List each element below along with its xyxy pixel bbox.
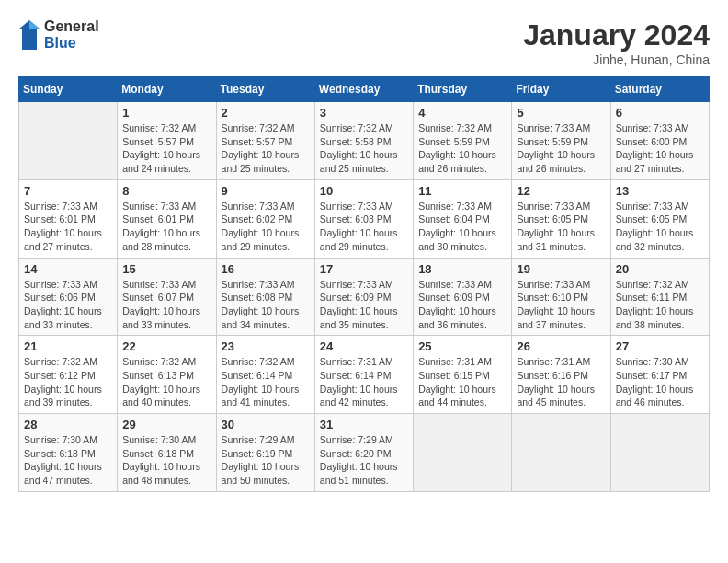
day-info: Sunrise: 7:32 AMSunset: 5:57 PMDaylight:…: [222, 121, 310, 176]
calendar-cell: 12Sunrise: 7:33 AMSunset: 6:05 PMDayligh…: [512, 179, 610, 258]
column-header-tuesday: Tuesday: [216, 77, 314, 102]
column-header-sunday: Sunday: [19, 77, 118, 102]
day-number: 16: [222, 262, 310, 276]
logo-icon: [18, 20, 40, 50]
day-info: Sunrise: 7:33 AMSunset: 6:04 PMDaylight:…: [418, 200, 506, 254]
calendar-table: SundayMondayTuesdayWednesdayThursdayFrid…: [18, 76, 710, 492]
day-number: 2: [222, 106, 310, 120]
day-info: Sunrise: 7:30 AMSunset: 6:18 PMDaylight:…: [122, 433, 210, 488]
month-title: January 2024: [523, 18, 710, 52]
page-header: General Blue January 2024 Jinhe, Hunan, …: [18, 18, 710, 67]
logo-blue: Blue: [44, 35, 99, 52]
calendar-cell: 6Sunrise: 7:33 AMSunset: 6:00 PMDaylight…: [610, 102, 709, 180]
day-number: 14: [24, 262, 112, 276]
day-info: Sunrise: 7:33 AMSunset: 6:01 PMDaylight:…: [122, 200, 210, 254]
day-number: 24: [320, 339, 408, 353]
calendar-cell: 8Sunrise: 7:33 AMSunset: 6:01 PMDaylight…: [118, 179, 216, 258]
column-header-wednesday: Wednesday: [314, 77, 413, 102]
day-info: Sunrise: 7:32 AMSunset: 6:11 PMDaylight:…: [616, 278, 704, 332]
calendar-cell: 15Sunrise: 7:33 AMSunset: 6:07 PMDayligh…: [118, 258, 216, 336]
logo: General Blue: [18, 18, 99, 51]
day-number: 6: [616, 106, 704, 120]
day-number: 17: [320, 262, 408, 276]
day-info: Sunrise: 7:31 AMSunset: 6:15 PMDaylight:…: [418, 355, 506, 409]
calendar-cell: 17Sunrise: 7:33 AMSunset: 6:09 PMDayligh…: [314, 258, 413, 336]
day-number: 3: [320, 106, 408, 120]
calendar-cell: 20Sunrise: 7:32 AMSunset: 6:11 PMDayligh…: [610, 258, 709, 336]
day-info: Sunrise: 7:32 AMSunset: 6:13 PMDaylight:…: [122, 355, 210, 409]
day-number: 30: [222, 418, 310, 431]
calendar-cell: 16Sunrise: 7:33 AMSunset: 6:08 PMDayligh…: [216, 258, 314, 336]
day-number: 1: [122, 106, 210, 120]
calendar-cell: 29Sunrise: 7:30 AMSunset: 6:18 PMDayligh…: [118, 414, 216, 492]
calendar-cell: 3Sunrise: 7:32 AMSunset: 5:58 PMDaylight…: [314, 102, 413, 180]
calendar-cell: 25Sunrise: 7:31 AMSunset: 6:15 PMDayligh…: [414, 336, 512, 414]
calendar-cell: [19, 102, 118, 180]
day-number: 20: [616, 262, 704, 276]
calendar-week-1: 7Sunrise: 7:33 AMSunset: 6:01 PMDaylight…: [19, 179, 710, 258]
column-header-monday: Monday: [118, 77, 216, 102]
day-info: Sunrise: 7:31 AMSunset: 6:16 PMDaylight:…: [517, 355, 605, 409]
logo-general: General: [44, 18, 99, 35]
day-number: 23: [222, 339, 310, 353]
calendar-cell: [610, 414, 709, 492]
calendar-cell: 10Sunrise: 7:33 AMSunset: 6:03 PMDayligh…: [314, 179, 413, 258]
calendar-cell: 30Sunrise: 7:29 AMSunset: 6:19 PMDayligh…: [216, 414, 314, 492]
calendar-cell: 14Sunrise: 7:33 AMSunset: 6:06 PMDayligh…: [19, 258, 118, 336]
column-header-saturday: Saturday: [610, 77, 709, 102]
day-info: Sunrise: 7:33 AMSunset: 6:08 PMDaylight:…: [222, 278, 310, 332]
day-info: Sunrise: 7:29 AMSunset: 6:20 PMDaylight:…: [320, 433, 408, 488]
day-info: Sunrise: 7:33 AMSunset: 6:06 PMDaylight:…: [24, 278, 112, 332]
day-number: 19: [517, 262, 605, 276]
column-header-friday: Friday: [512, 77, 610, 102]
calendar-cell: 1Sunrise: 7:32 AMSunset: 5:57 PMDaylight…: [118, 102, 216, 180]
day-info: Sunrise: 7:33 AMSunset: 5:59 PMDaylight:…: [517, 121, 605, 176]
day-info: Sunrise: 7:31 AMSunset: 6:14 PMDaylight:…: [320, 355, 408, 409]
day-number: 13: [616, 184, 704, 198]
day-info: Sunrise: 7:29 AMSunset: 6:19 PMDaylight:…: [222, 433, 310, 488]
column-header-thursday: Thursday: [414, 77, 512, 102]
calendar-cell: [414, 414, 512, 492]
day-info: Sunrise: 7:33 AMSunset: 6:01 PMDaylight:…: [24, 200, 112, 254]
day-info: Sunrise: 7:33 AMSunset: 6:02 PMDaylight:…: [222, 200, 310, 254]
calendar-cell: 23Sunrise: 7:32 AMSunset: 6:14 PMDayligh…: [216, 336, 314, 414]
calendar-cell: 18Sunrise: 7:33 AMSunset: 6:09 PMDayligh…: [414, 258, 512, 336]
day-number: 5: [517, 106, 605, 120]
day-number: 7: [24, 184, 112, 198]
calendar-week-4: 28Sunrise: 7:30 AMSunset: 6:18 PMDayligh…: [19, 414, 710, 492]
day-number: 12: [517, 184, 605, 198]
day-number: 21: [24, 339, 112, 353]
day-number: 27: [616, 339, 704, 353]
day-number: 11: [418, 184, 506, 198]
calendar-cell: 26Sunrise: 7:31 AMSunset: 6:16 PMDayligh…: [512, 336, 610, 414]
day-info: Sunrise: 7:32 AMSunset: 5:58 PMDaylight:…: [320, 121, 408, 176]
day-info: Sunrise: 7:32 AMSunset: 6:12 PMDaylight:…: [24, 355, 112, 409]
calendar-cell: 31Sunrise: 7:29 AMSunset: 6:20 PMDayligh…: [314, 414, 413, 492]
day-info: Sunrise: 7:33 AMSunset: 6:03 PMDaylight:…: [320, 200, 408, 254]
calendar-cell: [512, 414, 610, 492]
day-number: 25: [418, 339, 506, 353]
day-info: Sunrise: 7:33 AMSunset: 6:00 PMDaylight:…: [616, 121, 704, 176]
day-number: 4: [418, 106, 506, 120]
day-number: 31: [320, 418, 408, 431]
calendar-cell: 5Sunrise: 7:33 AMSunset: 5:59 PMDaylight…: [512, 102, 610, 180]
day-number: 28: [24, 418, 112, 431]
day-info: Sunrise: 7:33 AMSunset: 6:05 PMDaylight:…: [616, 200, 704, 254]
calendar-cell: 2Sunrise: 7:32 AMSunset: 5:57 PMDaylight…: [216, 102, 314, 180]
day-info: Sunrise: 7:33 AMSunset: 6:07 PMDaylight:…: [122, 278, 210, 332]
calendar-week-2: 14Sunrise: 7:33 AMSunset: 6:06 PMDayligh…: [19, 258, 710, 336]
day-number: 26: [517, 339, 605, 353]
calendar-cell: 21Sunrise: 7:32 AMSunset: 6:12 PMDayligh…: [19, 336, 118, 414]
day-info: Sunrise: 7:33 AMSunset: 6:09 PMDaylight:…: [320, 278, 408, 332]
day-number: 10: [320, 184, 408, 198]
day-number: 8: [122, 184, 210, 198]
calendar-cell: 24Sunrise: 7:31 AMSunset: 6:14 PMDayligh…: [314, 336, 413, 414]
calendar-week-0: 1Sunrise: 7:32 AMSunset: 5:57 PMDaylight…: [19, 102, 710, 180]
svg-marker-1: [29, 20, 40, 29]
day-number: 15: [122, 262, 210, 276]
day-number: 29: [122, 418, 210, 431]
calendar-week-3: 21Sunrise: 7:32 AMSunset: 6:12 PMDayligh…: [19, 336, 710, 414]
day-info: Sunrise: 7:32 AMSunset: 5:59 PMDaylight:…: [418, 121, 506, 176]
calendar-cell: 13Sunrise: 7:33 AMSunset: 6:05 PMDayligh…: [610, 179, 709, 258]
day-info: Sunrise: 7:33 AMSunset: 6:10 PMDaylight:…: [517, 278, 605, 332]
